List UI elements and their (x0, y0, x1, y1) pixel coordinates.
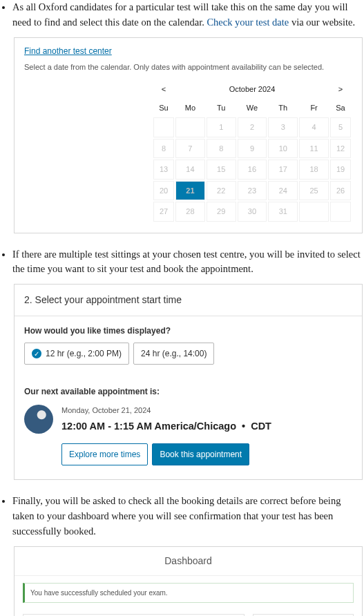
check-icon: ✓ (32, 349, 41, 358)
appointment-panel: 2. Select your appointment start time Ho… (14, 284, 363, 480)
slot-date: Monday, October 21, 2024 (61, 405, 271, 416)
cal-day[interactable]: 17 (268, 160, 298, 180)
upcoming-appointment-card: View an upcoming test center appointment… (23, 614, 245, 617)
cal-day[interactable]: 15 (207, 160, 236, 180)
cal-month: October 2024 (175, 81, 329, 98)
cal-day[interactable]: 22 (207, 181, 236, 201)
bullet-3-text: Finally, you will be asked to check all … (12, 495, 341, 537)
cal-day[interactable]: 26 (330, 181, 351, 201)
cal-day[interactable]: 27 (153, 202, 174, 222)
time-format-12hr[interactable]: ✓ 12 hr (e.g., 2:00 PM) (24, 343, 129, 365)
cal-day[interactable]: 19 (330, 160, 351, 180)
cal-day[interactable]: 30 (238, 202, 267, 222)
cal-day-selected[interactable]: 21 (175, 181, 205, 201)
cal-day[interactable]: 10 (268, 139, 298, 159)
cal-day[interactable]: 29 (207, 202, 236, 222)
calendar-panel: Find another test center Select a date f… (14, 37, 363, 233)
calendar-note: Select a date from the calendar. Only da… (24, 61, 352, 73)
cal-day[interactable]: 7 (175, 139, 205, 159)
cal-dow-row: SuMoTuWeThFrSa (153, 99, 351, 117)
check-test-date-link[interactable]: Check your test date (207, 17, 289, 28)
cal-next[interactable]: > (330, 81, 351, 98)
cal-day[interactable]: 11 (299, 139, 329, 159)
cal-day[interactable]: 13 (153, 160, 174, 180)
cal-prev[interactable]: < (153, 81, 174, 98)
my-account-card: My account My profile Preferences Exam h… (253, 614, 354, 617)
time-format-question: How would you like times displayed? (24, 325, 352, 337)
bullet-1-post: via our website. (289, 17, 355, 28)
cal-day[interactable]: 28 (175, 202, 205, 222)
cal-day[interactable]: 8 (207, 139, 236, 159)
bullet-2-text: If there are multiple test sittings at y… (12, 249, 361, 275)
calendar-table: < October 2024 > SuMoTuWeThFrSa 1 2 3 4 … (152, 79, 352, 223)
cal-day[interactable]: 4 (299, 117, 329, 137)
cal-day[interactable]: 20 (153, 181, 174, 201)
next-available-label: Our next available appointment is: (24, 385, 352, 398)
night-icon (24, 405, 53, 434)
slot-tz: CDT (251, 421, 271, 432)
dashboard-panel: Dashboard You have successfully schedule… (14, 546, 363, 617)
cal-day[interactable]: 12 (330, 139, 351, 159)
time-format-24hr[interactable]: 24 hr (e.g., 14:00) (133, 343, 214, 365)
cal-day[interactable]: 31 (268, 202, 298, 222)
slot-time: 12:00 AM - 1:15 AM America/Chicago (61, 421, 236, 432)
cal-day[interactable]: 23 (238, 181, 267, 201)
cal-day[interactable]: 1 (207, 117, 236, 137)
find-another-center-link[interactable]: Find another test center (24, 46, 112, 56)
cal-day[interactable]: 9 (238, 139, 267, 159)
dashboard-title: Dashboard (15, 547, 362, 576)
book-appointment-button[interactable]: Book this appointment (152, 443, 249, 465)
cal-day[interactable]: 8 (153, 139, 174, 159)
cal-day[interactable]: 16 (238, 160, 267, 180)
appointment-heading: 2. Select your appointment start time (15, 285, 362, 316)
cal-day[interactable]: 14 (175, 160, 205, 180)
success-message: You have successfully scheduled your exa… (23, 583, 354, 603)
explore-more-times-button[interactable]: Explore more times (61, 443, 148, 465)
cal-day[interactable]: 24 (268, 181, 298, 201)
cal-day[interactable]: 3 (268, 117, 298, 137)
cal-day[interactable]: 2 (238, 117, 267, 137)
time-format-12hr-label: 12 hr (e.g., 2:00 PM) (46, 347, 122, 360)
cal-day[interactable]: 25 (299, 181, 329, 201)
separator-icon: • (239, 421, 248, 432)
time-format-24hr-label: 24 hr (e.g., 14:00) (141, 347, 207, 360)
cal-day[interactable]: 5 (330, 117, 351, 137)
cal-day[interactable]: 18 (299, 160, 329, 180)
